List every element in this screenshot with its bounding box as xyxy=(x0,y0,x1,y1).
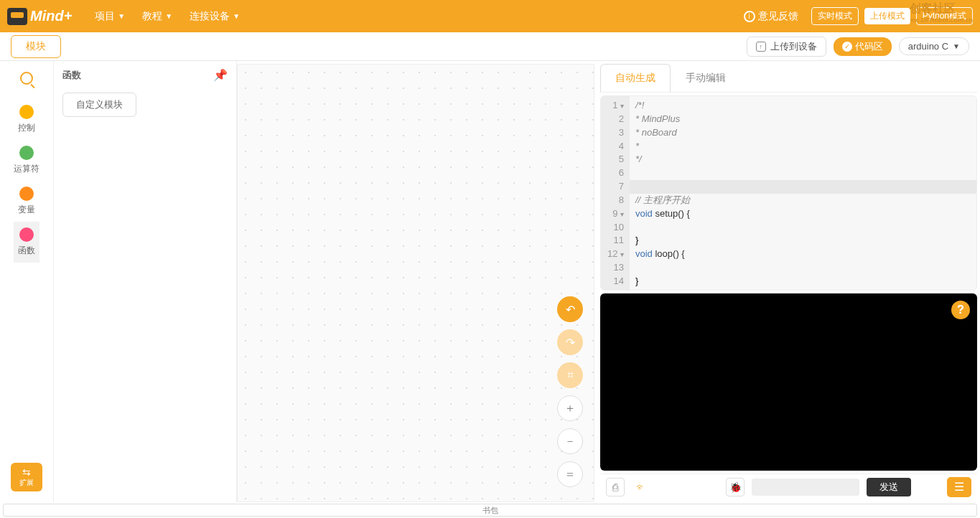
chevron-down-icon: ▼ xyxy=(165,12,172,20)
extension-button[interactable]: ⇆ 扩展 xyxy=(11,463,42,491)
main-area: 控制运算符变量函数 ⇆ 扩展 函数 📌 自定义模块 ↶ ↷ ⌗ ＋ － ＝ 自动… xyxy=(0,61,980,502)
code-tabs: 自动生成 手动编辑 xyxy=(600,64,977,93)
code-editor[interactable]: 1 ▾23456789 ▾101112 ▾131415 /*! * MindPl… xyxy=(600,95,977,291)
logo-text: Mind+ xyxy=(30,8,72,24)
category-dot-icon xyxy=(19,227,34,242)
chevron-down-icon: ▼ xyxy=(233,12,240,20)
bug-icon[interactable]: 🐞 xyxy=(726,478,745,496)
check-icon: ✓ xyxy=(842,42,852,52)
custom-block-button[interactable]: 自定义模块 xyxy=(62,93,136,117)
upload-icon: ↑ xyxy=(756,42,766,52)
crop-button[interactable]: ⌗ xyxy=(557,362,583,388)
plus-icon: ⇆ xyxy=(22,466,31,478)
feedback-link[interactable]: i 意见反馈 xyxy=(737,10,806,23)
upload-to-device-button[interactable]: ↑ 上传到设备 xyxy=(747,37,826,57)
tab-auto-generate[interactable]: 自动生成 xyxy=(600,64,671,92)
menu-icon[interactable]: ☰ xyxy=(947,477,971,497)
line-gutter: 1 ▾23456789 ▾101112 ▾131415 xyxy=(601,96,630,290)
category-变量[interactable]: 变量 xyxy=(14,181,39,222)
app-header: Mind+ 项目 ▼ 教程 ▼ 连接设备 ▼ i 意见反馈 实时模式 上传模式 … xyxy=(0,0,980,32)
usb-icon[interactable]: ⎙ xyxy=(606,478,625,496)
category-dot-icon xyxy=(19,187,34,201)
category-运算符[interactable]: 运算符 xyxy=(14,140,39,181)
mode-upload-button[interactable]: 上传模式 xyxy=(864,8,910,24)
menu-tutorial[interactable]: 教程 ▼ xyxy=(134,10,181,23)
mode-realtime-button[interactable]: 实时模式 xyxy=(811,7,859,25)
code-content: /*! * MindPlus * noBoard * */ // 主程序开始vo… xyxy=(630,96,976,290)
app-logo: Mind+ xyxy=(7,8,72,25)
logo-icon xyxy=(7,8,27,25)
send-button[interactable]: 发送 xyxy=(867,478,911,496)
zoom-out-button[interactable]: － xyxy=(557,428,583,454)
category-控制[interactable]: 控制 xyxy=(14,99,39,140)
chevron-down-icon: ▼ xyxy=(953,42,960,50)
menu-connect-device[interactable]: 连接设备 ▼ xyxy=(181,10,248,23)
wireless-icon[interactable]: ᯤ xyxy=(632,478,650,496)
category-函数[interactable]: 函数 xyxy=(14,222,39,263)
canvas-controls: ↶ ↷ ⌗ ＋ － ＝ xyxy=(557,296,583,487)
code-area-toggle[interactable]: ✓ 代码区 xyxy=(834,37,892,56)
category-sidebar: 控制运算符变量函数 ⇆ 扩展 xyxy=(0,61,54,502)
info-icon: i xyxy=(744,11,755,22)
undo-button[interactable]: ↶ xyxy=(557,296,583,322)
category-dot-icon xyxy=(19,105,34,119)
tab-manual-edit[interactable]: 手动编辑 xyxy=(671,64,741,92)
zoom-reset-button[interactable]: ＝ xyxy=(557,461,583,487)
language-select[interactable]: arduino C ▼ xyxy=(899,37,969,55)
chevron-down-icon: ▼ xyxy=(118,12,125,20)
serial-terminal[interactable]: ? xyxy=(600,293,977,471)
menu-project[interactable]: 项目 ▼ xyxy=(86,10,134,23)
help-button[interactable]: ? xyxy=(951,301,970,319)
block-canvas[interactable]: ↶ ↷ ⌗ ＋ － ＝ xyxy=(237,64,594,502)
serial-input[interactable] xyxy=(752,479,859,496)
zoom-in-button[interactable]: ＋ xyxy=(557,395,583,421)
backpack-bar[interactable]: 书包 xyxy=(3,504,977,517)
toolbar: 模块 ↑ 上传到设备 ✓ 代码区 arduino C ▼ xyxy=(0,32,980,61)
module-tab-button[interactable]: 模块 xyxy=(11,35,61,58)
pin-icon[interactable]: 📌 xyxy=(213,68,228,82)
redo-button[interactable]: ↷ xyxy=(557,329,583,355)
search-icon[interactable] xyxy=(20,72,33,85)
community-watermark: 创客社区 mc.DFRobot.com.cn xyxy=(910,1,973,24)
category-dot-icon xyxy=(19,146,34,160)
serial-toolbar: ⎙ ᯤ 🐞 发送 ☰ xyxy=(600,474,977,499)
code-panel: 自动生成 手动编辑 1 ▾23456789 ▾101112 ▾131415 /*… xyxy=(597,61,980,502)
block-palette: 函数 📌 自定义模块 xyxy=(54,61,237,502)
palette-title: 函数 xyxy=(62,69,81,82)
